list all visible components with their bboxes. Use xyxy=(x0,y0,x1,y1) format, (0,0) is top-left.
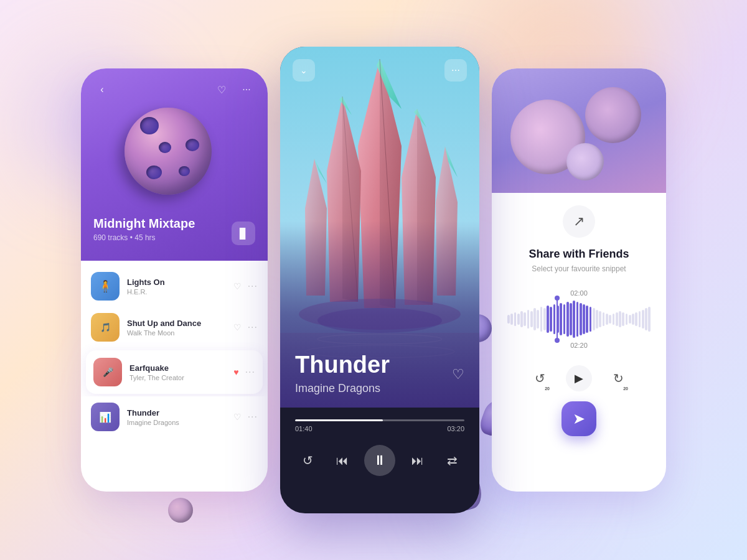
share-subtitle: Select your favourite snippet xyxy=(504,264,654,273)
prev-button[interactable]: ⏮ xyxy=(330,448,355,473)
waveform-bar-32 xyxy=(613,314,615,325)
mid-controls: 01:40 03:20 ↺ ⏮ ⏸ ⏭ ⇄ xyxy=(295,419,464,476)
waveform-bar-16 xyxy=(560,303,562,335)
mid-song-title: Thunder xyxy=(295,352,464,378)
shuffle-button[interactable]: ⇄ xyxy=(439,448,464,473)
track-heart-lights-on[interactable]: ♡ xyxy=(233,281,242,291)
waveform-bar-1 xyxy=(510,314,513,325)
waveform-bar-12 xyxy=(547,306,549,332)
track-item-shut-up-dance[interactable]: 🎵 Shut Up and Dance Walk The Moon ♡ ··· xyxy=(81,307,268,348)
right-phone-card: ↗ Share with Friends Select your favouri… xyxy=(492,68,666,492)
waveform-bar-23 xyxy=(583,304,585,334)
track-more-shut-up-dance[interactable]: ··· xyxy=(248,322,258,333)
track-heart-shut-up-dance[interactable]: ♡ xyxy=(233,322,242,332)
right-content: ↗ Share with Friends Select your favouri… xyxy=(492,193,666,492)
waveform-bar-9 xyxy=(537,310,539,329)
track-heart-earfquake[interactable]: ♥ xyxy=(233,367,238,377)
repeat-icon: ↺ xyxy=(303,453,313,468)
mid-time-display: 01:40 03:20 xyxy=(295,425,464,432)
waveform-bar-10 xyxy=(540,307,543,331)
waveform-bar-35 xyxy=(622,312,624,327)
sphere-hole-2 xyxy=(186,139,199,151)
pause-icon: ⏸ xyxy=(373,452,387,469)
waveform-bar-2 xyxy=(514,312,517,327)
right-art-blob-2 xyxy=(585,87,641,143)
mid-heart-button[interactable]: ♡ xyxy=(452,366,464,383)
waveform-bar-39 xyxy=(635,312,637,327)
mid-phone-card: ⌄ ⋯ Thunder Imagine Dragons ♡ 01:40 03:2… xyxy=(280,47,479,513)
share-icon-circle[interactable]: ↗ xyxy=(563,205,595,238)
track-thumb-earfquake: 🎤 xyxy=(93,358,122,386)
right-top-art xyxy=(492,68,666,193)
favorite-button[interactable]: ♡ xyxy=(213,81,230,98)
track-artist-thunder: Imagine Dragons xyxy=(127,419,226,426)
mid-top-controls: ⌄ ⋯ xyxy=(293,59,467,82)
track-more-lights-on[interactable]: ··· xyxy=(248,281,258,292)
track-more-thunder[interactable]: ··· xyxy=(248,411,258,422)
floating-sphere-5 xyxy=(168,498,193,523)
waveform-bar-24 xyxy=(586,306,588,332)
right-art-blob-3 xyxy=(566,143,604,180)
replay-20-button[interactable]: ↺ 20 xyxy=(529,367,551,390)
waveform-bar-7 xyxy=(530,311,533,328)
waveform-bar-30 xyxy=(606,314,608,325)
track-name-thunder: Thunder xyxy=(127,408,226,418)
waveform-section: 02:00 02:20 xyxy=(504,283,654,355)
next-button[interactable]: ⏭ xyxy=(405,448,430,473)
waveform-bar-3 xyxy=(517,314,520,325)
back-button[interactable]: ‹ xyxy=(93,81,111,98)
track-item-thunder[interactable]: 📊 Thunder Imagine Dragons ♡ ··· xyxy=(81,396,268,437)
pause-button[interactable]: ⏸ xyxy=(364,445,395,476)
repeat-button[interactable]: ↺ xyxy=(295,448,320,473)
share-play-button[interactable]: ▶ xyxy=(566,365,592,391)
mid-more-button[interactable]: ⋯ xyxy=(444,59,467,82)
waveform-bar-41 xyxy=(642,310,644,329)
more-options-button[interactable]: ··· xyxy=(238,81,255,98)
waveform-bar-13 xyxy=(550,307,552,331)
mid-down-button[interactable]: ⌄ xyxy=(293,59,315,82)
waveform-bar-36 xyxy=(626,314,628,325)
forward-icon: ↻ xyxy=(613,371,624,386)
track-item-lights-on[interactable]: 🧍 Lights On H.E.R. ♡ ··· xyxy=(81,266,268,307)
forward-20-button[interactable]: ↻ 20 xyxy=(607,367,629,390)
waveform-bar-18 xyxy=(566,302,569,337)
track-name-shut-up-dance: Shut Up and Dance xyxy=(127,319,226,328)
waveform-scrubber[interactable] xyxy=(557,296,558,343)
track-more-earfquake[interactable]: ··· xyxy=(245,366,255,378)
back-icon: ‹ xyxy=(100,84,103,95)
track-heart-thunder[interactable]: ♡ xyxy=(233,412,242,422)
mid-song-info: Thunder Imagine Dragons xyxy=(295,352,464,395)
forward-badge: 20 xyxy=(623,386,628,391)
share-icon: ↗ xyxy=(573,213,585,230)
track-actions-thunder: ♡ ··· xyxy=(233,411,258,422)
waveform-container[interactable] xyxy=(504,301,654,338)
waveform-bar-4 xyxy=(520,311,523,328)
waveform-bar-14 xyxy=(553,304,556,334)
play-icon: ▶ xyxy=(575,371,583,385)
sphere-hole-4 xyxy=(179,166,190,176)
send-icon: ➤ xyxy=(573,410,585,427)
track-actions-lights-on: ♡ ··· xyxy=(233,281,258,292)
mid-progress-fill xyxy=(295,419,383,421)
replay-badge: 20 xyxy=(545,386,550,391)
waveform-bar-37 xyxy=(629,315,631,324)
waveform-bar-43 xyxy=(648,307,651,331)
waveform-bar-25 xyxy=(590,307,592,331)
mid-heart-icon: ♡ xyxy=(452,366,464,382)
album-art-3d xyxy=(125,108,224,207)
left-phone-header: ‹ ♡ ··· Midnight Mixtape xyxy=(81,68,268,261)
track-artist-shut-up-dance: Walk The Moon xyxy=(127,329,226,337)
track-info-thunder: Thunder Imagine Dragons xyxy=(127,408,226,426)
chart-button[interactable]: ▊ xyxy=(232,222,255,245)
album-title: Midnight Mixtape xyxy=(93,217,255,231)
mid-playback-buttons: ↺ ⏮ ⏸ ⏭ ⇄ xyxy=(295,445,464,476)
share-send-button[interactable]: ➤ xyxy=(561,401,596,436)
track-item-earfquake[interactable]: 🎤 Earfquake Tyler, The Creator ♥ ··· xyxy=(86,350,263,394)
mid-progress-bar[interactable] xyxy=(295,419,464,421)
waveform-bar-5 xyxy=(524,312,526,327)
sphere-main xyxy=(125,108,212,195)
sphere-hole-5 xyxy=(159,142,171,153)
track-actions-shut-up-dance: ♡ ··· xyxy=(233,322,258,333)
album-meta: 690 tracks • 45 hrs xyxy=(93,233,255,242)
replay-icon: ↺ xyxy=(535,371,545,386)
